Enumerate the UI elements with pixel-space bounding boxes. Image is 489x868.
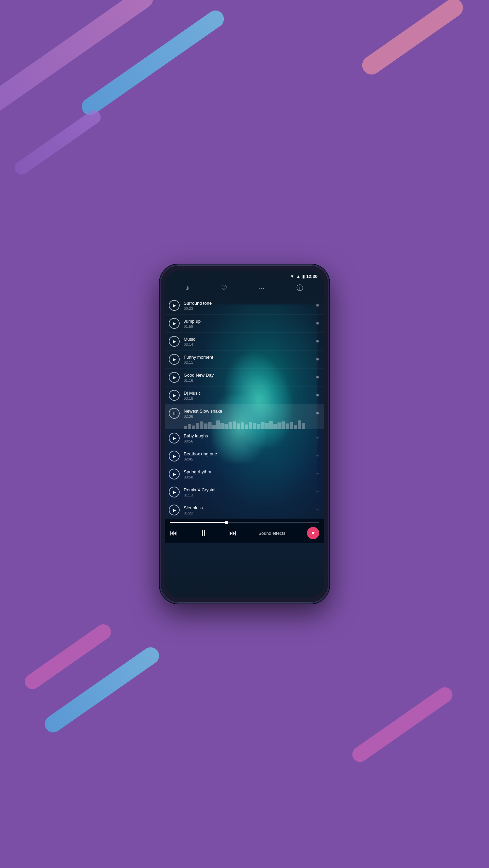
track-item-8[interactable]: ▶Baby laughs00:56≡ bbox=[165, 429, 324, 447]
music-nav-icon[interactable]: ♪ bbox=[186, 284, 189, 292]
eq-bar bbox=[220, 423, 224, 429]
track-item-6[interactable]: ▶Dj Music03:18≡ bbox=[165, 386, 324, 404]
play-button-10[interactable]: ▶ bbox=[169, 469, 180, 479]
track-menu-icon-7[interactable]: ≡ bbox=[315, 409, 320, 417]
track-item-1[interactable]: ▶Surround tone00:23≡ bbox=[165, 297, 324, 315]
track-menu-icon-11[interactable]: ≡ bbox=[315, 488, 320, 496]
track-info-7: Newest Slow shake02:36 bbox=[184, 409, 315, 418]
track-item-10[interactable]: ▶Spring rhythm00:58≡ bbox=[165, 465, 324, 483]
track-name-4: Funny moment bbox=[184, 355, 315, 360]
bg-decoration-1 bbox=[0, 0, 157, 118]
play-button-4[interactable]: ▶ bbox=[169, 354, 180, 365]
eq-bar bbox=[273, 424, 277, 429]
play-button-2[interactable]: ▶ bbox=[169, 318, 180, 329]
phone-screen: ▼ ▲ ▮ 12:30 ♪ ♡ ··· ⓘ ▶Surround tone00:2… bbox=[165, 270, 324, 598]
track-item-7[interactable]: Newest Slow shake02:36≡ bbox=[165, 404, 324, 429]
play-button-9[interactable]: ▶ bbox=[169, 451, 180, 461]
pause-button[interactable]: ⏸ bbox=[199, 528, 208, 539]
track-menu-icon-8[interactable]: ≡ bbox=[315, 434, 320, 442]
track-duration-8: 00:56 bbox=[184, 439, 315, 443]
wifi-icon: ▼ bbox=[290, 274, 294, 279]
track-info-5: Good New Day01:16 bbox=[184, 373, 315, 382]
track-name-10: Spring rhythm bbox=[184, 469, 315, 474]
progress-bar-fill bbox=[170, 522, 227, 523]
sound-effects-label[interactable]: Sound effects bbox=[258, 531, 285, 536]
eq-bar bbox=[212, 425, 216, 429]
track-name-9: Beatbox ringtone bbox=[184, 451, 315, 456]
track-list: ▶Surround tone00:23≡▶Jump up01:59≡▶Music… bbox=[165, 297, 324, 519]
track-menu-icon-1[interactable]: ≡ bbox=[315, 301, 320, 309]
eq-bar bbox=[282, 421, 285, 429]
play-button-6[interactable]: ▶ bbox=[169, 390, 180, 401]
play-button-5[interactable]: ▶ bbox=[169, 372, 180, 383]
track-name-7: Newest Slow shake bbox=[184, 409, 315, 414]
more-nav-icon[interactable]: ··· bbox=[259, 284, 265, 292]
eq-bar bbox=[216, 420, 220, 429]
track-duration-7: 02:36 bbox=[184, 414, 315, 418]
track-menu-icon-2[interactable]: ≡ bbox=[315, 319, 320, 327]
play-button-8[interactable]: ▶ bbox=[169, 433, 180, 444]
track-duration-12: 01:22 bbox=[184, 511, 315, 515]
play-button-3[interactable]: ▶ bbox=[169, 336, 180, 347]
track-item-11[interactable]: ▶Remix X Crystal01:13≡ bbox=[165, 483, 324, 501]
track-info-9: Beatbox ringtone02:45 bbox=[184, 451, 315, 461]
track-menu-icon-9[interactable]: ≡ bbox=[315, 452, 320, 460]
track-menu-icon-6[interactable]: ≡ bbox=[315, 391, 320, 399]
status-time: 12:30 bbox=[306, 274, 318, 279]
track-menu-icon-10[interactable]: ≡ bbox=[315, 470, 320, 478]
play-button-11[interactable]: ▶ bbox=[169, 487, 180, 497]
track-duration-1: 00:23 bbox=[184, 306, 315, 310]
track-name-5: Good New Day bbox=[184, 373, 315, 378]
track-info-4: Funny moment02:11 bbox=[184, 355, 315, 364]
bg-decoration-6 bbox=[349, 684, 456, 765]
track-duration-5: 01:16 bbox=[184, 378, 315, 382]
play-button-12[interactable]: ▶ bbox=[169, 505, 180, 515]
bg-decoration-3 bbox=[359, 0, 467, 78]
eq-bar bbox=[265, 423, 269, 429]
track-item-5[interactable]: ▶Good New Day01:16≡ bbox=[165, 369, 324, 386]
track-duration-2: 01:59 bbox=[184, 324, 315, 328]
eq-bar bbox=[208, 422, 212, 429]
track-item-4[interactable]: ▶Funny moment02:11≡ bbox=[165, 351, 324, 369]
signal-icon: ▲ bbox=[296, 274, 301, 279]
track-name-2: Jump up bbox=[184, 319, 315, 324]
eq-bar bbox=[253, 423, 256, 429]
track-name-8: Baby laughs bbox=[184, 433, 315, 438]
track-item-3[interactable]: ▶Music03:14≡ bbox=[165, 333, 324, 351]
equalizer-bars bbox=[165, 420, 324, 429]
status-icons: ▼ ▲ ▮ 12:30 bbox=[290, 274, 318, 279]
track-info-8: Baby laughs00:56 bbox=[184, 433, 315, 443]
forward-button[interactable]: ⏭ bbox=[229, 529, 237, 537]
track-duration-9: 02:45 bbox=[184, 457, 315, 461]
track-menu-icon-12[interactable]: ≡ bbox=[315, 506, 320, 514]
track-menu-icon-3[interactable]: ≡ bbox=[315, 337, 320, 345]
favorite-button[interactable]: ♥ bbox=[307, 527, 319, 539]
eq-bar bbox=[294, 425, 297, 429]
track-item-9[interactable]: ▶Beatbox ringtone02:45≡ bbox=[165, 447, 324, 465]
track-menu-icon-5[interactable]: ≡ bbox=[315, 373, 320, 381]
progress-bar-container[interactable] bbox=[170, 522, 319, 523]
info-nav-icon[interactable]: ⓘ bbox=[296, 283, 303, 293]
volume-button bbox=[328, 360, 329, 377]
track-name-6: Dj Music bbox=[184, 391, 315, 396]
status-bar: ▼ ▲ ▮ 12:30 bbox=[165, 270, 324, 281]
play-button-7[interactable] bbox=[169, 408, 180, 419]
track-duration-10: 00:58 bbox=[184, 475, 315, 479]
track-name-12: Sleepless bbox=[184, 505, 315, 510]
eq-bar bbox=[196, 423, 199, 429]
track-menu-icon-4[interactable]: ≡ bbox=[315, 355, 320, 363]
track-item-2[interactable]: ▶Jump up01:59≡ bbox=[165, 315, 324, 333]
track-info-1: Surround tone00:23 bbox=[184, 301, 315, 310]
track-info-12: Sleepless01:22 bbox=[184, 505, 315, 515]
eq-bar bbox=[233, 421, 236, 429]
heart-nav-icon[interactable]: ♡ bbox=[221, 284, 227, 292]
track-name-1: Surround tone bbox=[184, 301, 315, 306]
track-item-12[interactable]: ▶Sleepless01:22≡ bbox=[165, 501, 324, 519]
eq-bar bbox=[192, 426, 195, 429]
eq-bar bbox=[249, 422, 252, 429]
rewind-button[interactable]: ⏮ bbox=[170, 529, 177, 537]
eq-bar bbox=[290, 422, 293, 429]
eq-bar bbox=[302, 423, 305, 429]
eq-bar bbox=[261, 422, 265, 429]
play-button-1[interactable]: ▶ bbox=[169, 300, 180, 311]
